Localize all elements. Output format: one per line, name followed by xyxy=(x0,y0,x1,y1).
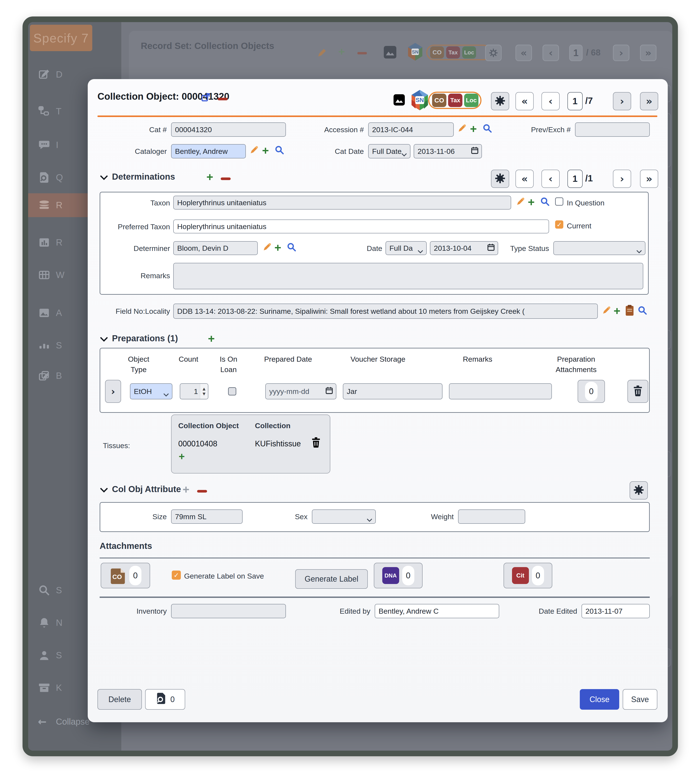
edit-icon[interactable] xyxy=(515,197,525,207)
inventory-input[interactable] xyxy=(171,604,286,618)
next-record-button[interactable]: › xyxy=(613,92,631,110)
calendar-icon[interactable] xyxy=(487,243,495,253)
current-checkbox[interactable]: ✓ xyxy=(555,220,564,229)
generate-label-button[interactable]: Generate Label xyxy=(295,569,368,589)
determinations-config-button[interactable] xyxy=(491,170,509,188)
cit-record-icon: Cit xyxy=(512,567,529,584)
search-icon[interactable] xyxy=(540,197,550,207)
attribute-config-button[interactable] xyxy=(630,481,648,499)
cat-number-input[interactable]: 000041320 xyxy=(171,122,286,137)
edited-by-input[interactable]: Bentley, Andrew C xyxy=(375,604,499,618)
prep-count-stepper[interactable]: 1 ▲▼ xyxy=(180,383,208,399)
add-icon[interactable]: + xyxy=(528,196,535,208)
search-icon[interactable] xyxy=(482,123,492,134)
size-input[interactable]: 79mm SL xyxy=(171,509,243,524)
determination-date-input[interactable]: 2013-10-04 xyxy=(430,241,498,255)
field-no-locality-input[interactable]: DDB 13-14: 2013-08-22: Suriname, Sipaliw… xyxy=(173,304,598,319)
prep-remarks-textarea[interactable] xyxy=(449,383,552,399)
prep-voucher-storage-input[interactable]: Jar xyxy=(343,383,442,399)
add-tissue-icon[interactable]: + xyxy=(179,451,185,462)
calendar-icon[interactable] xyxy=(325,386,333,396)
save-button[interactable]: Save xyxy=(623,689,657,710)
remove-determination-icon[interactable] xyxy=(221,177,231,180)
add-preparation-icon[interactable]: + xyxy=(208,333,215,344)
edit-icon[interactable] xyxy=(457,123,467,134)
cit-attachments-button[interactable]: Cit 0 xyxy=(503,563,552,588)
det-first-record-button[interactable]: « xyxy=(515,170,534,188)
prev-exch-input[interactable] xyxy=(575,122,650,137)
stepper-arrows-icon[interactable]: ▲▼ xyxy=(200,384,208,399)
usages-button[interactable]: 0 xyxy=(145,689,185,710)
co-badge[interactable]: CO xyxy=(432,94,447,107)
det-last-record-button[interactable]: » xyxy=(640,170,658,188)
type-status-select[interactable] xyxy=(553,241,645,255)
delete-preparation-button[interactable] xyxy=(627,380,648,403)
accession-input[interactable]: 2013-IC-044 xyxy=(368,122,454,137)
taxon-input[interactable]: Hoplerythrinus unitaeniatus xyxy=(173,196,511,210)
last-record-icon: » xyxy=(640,45,656,61)
determination-remarks-textarea[interactable] xyxy=(173,263,643,289)
generate-label-on-save-checkbox[interactable]: ✓ xyxy=(172,571,181,580)
determiner-input[interactable]: Bloom, Devin D xyxy=(173,241,258,255)
date-edited-input[interactable]: 2013-11-07 xyxy=(581,604,650,618)
trash-icon[interactable] xyxy=(311,437,321,449)
accession-label: Accession # xyxy=(290,125,364,134)
calendar-icon[interactable] xyxy=(471,146,479,156)
gear-icon xyxy=(494,95,506,107)
det-next-record-button[interactable]: › xyxy=(613,170,631,188)
first-record-button[interactable]: « xyxy=(515,92,534,110)
weight-input[interactable] xyxy=(458,509,525,524)
edit-icon[interactable] xyxy=(262,242,272,253)
dna-attachments-button[interactable]: DNA 0 xyxy=(374,563,422,588)
determination-date-precision-select[interactable]: Full Da xyxy=(385,241,427,255)
sex-select[interactable] xyxy=(312,509,376,524)
add-icon[interactable]: + xyxy=(614,305,620,317)
last-record-button[interactable]: » xyxy=(640,92,658,110)
specify-network-icon[interactable]: SN xyxy=(411,90,429,110)
add-determination-icon[interactable]: + xyxy=(206,171,213,183)
loc-badge[interactable]: Loc xyxy=(464,94,478,107)
is-on-loan-checkbox[interactable] xyxy=(228,387,236,395)
generate-label-on-save-label: Generate Label on Save xyxy=(184,572,264,580)
edit-icon[interactable] xyxy=(601,305,611,316)
prep-prepared-date-input[interactable]: yyyy-mm-dd xyxy=(265,383,336,399)
add-icon[interactable]: + xyxy=(274,242,281,253)
chevron-down-icon[interactable] xyxy=(100,175,108,181)
search-icon[interactable] xyxy=(637,305,647,316)
tissue-collection-object[interactable]: 000010408 xyxy=(178,439,217,448)
delete-button[interactable]: Delete xyxy=(97,689,142,710)
add-icon[interactable]: + xyxy=(470,123,477,135)
preferred-taxon-label: Preferred Taxon xyxy=(104,223,170,231)
add-attribute-icon: + xyxy=(183,483,190,495)
edit-icon[interactable] xyxy=(249,145,259,156)
size-label: Size xyxy=(110,512,167,521)
tax-badge[interactable]: Tax xyxy=(448,94,463,107)
image-attachment-icon[interactable] xyxy=(393,94,405,106)
cataloger-input[interactable]: Bentley, Andrew xyxy=(171,144,246,158)
add-icon[interactable]: + xyxy=(262,145,269,156)
search-icon[interactable] xyxy=(287,242,297,253)
remove-record-icon[interactable] xyxy=(218,98,227,100)
in-question-checkbox[interactable] xyxy=(555,197,564,206)
preferred-taxon-input[interactable]: Hoplerythrinus unitaeniatus xyxy=(173,220,549,233)
det-record-position-input[interactable]: 1 xyxy=(567,170,583,188)
search-icon[interactable] xyxy=(274,145,284,156)
previous-record-button[interactable]: ‹ xyxy=(541,92,560,110)
co-attachments-button[interactable]: CO 0 xyxy=(101,563,150,588)
cat-date-input[interactable]: 2013-11-06 xyxy=(414,144,482,158)
attachment-count: 0 xyxy=(585,382,598,401)
close-button[interactable]: Close xyxy=(580,689,619,710)
expand-preparation-button[interactable]: › xyxy=(105,380,121,403)
record-position-input[interactable]: 1 xyxy=(567,92,583,110)
form-config-button[interactable] xyxy=(491,92,509,110)
prep-object-type-select[interactable]: EtOH xyxy=(130,383,172,399)
workbench-icon xyxy=(38,269,50,281)
chevron-down-icon[interactable] xyxy=(100,337,108,343)
prep-attachments-button[interactable]: 0 xyxy=(578,380,605,403)
remove-attribute-icon[interactable] xyxy=(197,490,207,493)
chevron-down-icon[interactable] xyxy=(100,487,108,493)
det-previous-record-button[interactable]: ‹ xyxy=(541,170,560,188)
open-in-new-tab-icon[interactable] xyxy=(201,93,211,103)
cat-date-precision-select[interactable]: Full Date xyxy=(368,144,411,158)
clipboard-icon[interactable] xyxy=(624,304,635,317)
